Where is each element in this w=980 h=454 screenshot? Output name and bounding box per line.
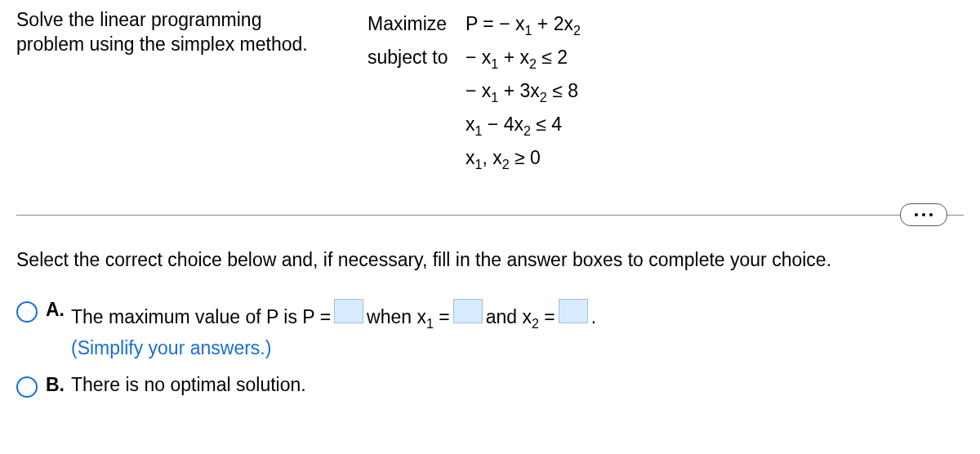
answer-box-x2[interactable] [559,299,588,323]
choice-b-label[interactable]: B. [46,374,65,396]
answer-box-x1[interactable] [453,299,483,323]
choice-a-period: . [591,306,596,328]
answer-instruction: Select the correct choice below and, if … [16,249,964,271]
choice-a: A. The maximum value of P is P = when x1… [16,299,964,360]
maximize-label: Maximize [368,8,466,40]
subject-to-label: subject to [368,42,466,73]
lp-formulation: Maximize P = − x1 + 2x2 subject to − x1 … [368,8,581,176]
objective-function: P = − x1 + 2x2 [466,8,581,42]
simplify-note: (Simplify your answers.) [71,337,964,359]
problem-prompt: Solve the linear programming problem usi… [16,8,318,176]
choice-a-text-2: when x1 = [367,306,450,332]
choice-b-text: There is no optimal solution. [71,374,306,395]
choice-b: B. There is no optimal solution. [16,374,964,398]
constraint-1: − x1 + x2 ≤ 2 [466,42,568,75]
radio-a[interactable] [16,301,38,323]
radio-b[interactable] [16,376,38,398]
nonneg-constraint: x1, x2 ≥ 0 [466,142,541,176]
choice-a-text-3: and x2 = [486,306,555,332]
constraint-2: − x1 + 3x2 ≤ 8 [466,75,578,109]
choice-a-text-1: The maximum value of P is P = [71,306,331,328]
constraint-3: x1 − 4x2 ≤ 4 [466,109,562,142]
section-divider [16,215,964,216]
answer-box-p[interactable] [334,299,363,323]
choice-a-label[interactable]: A. [46,299,65,321]
more-options-button[interactable] [900,203,947,226]
